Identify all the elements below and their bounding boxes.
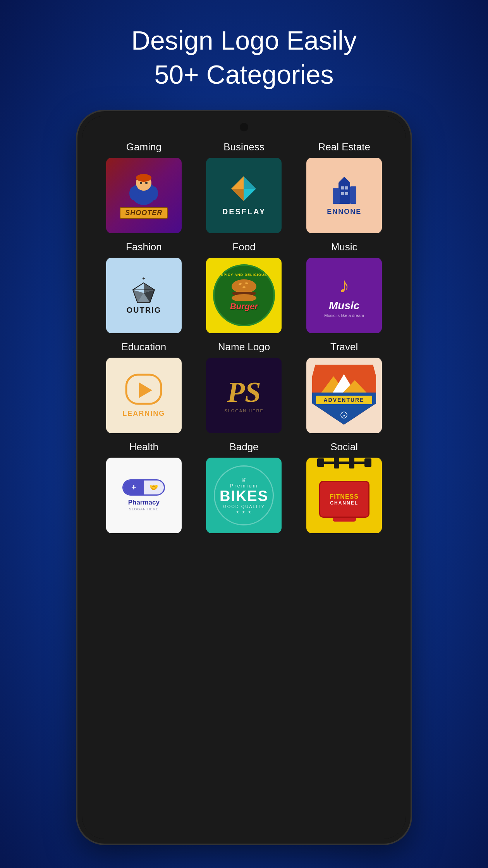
- social-logo-text: FITNESS: [330, 493, 359, 500]
- namelogo-logo-subtitle: SLOGAN HERE: [224, 408, 263, 413]
- category-gaming-label: Gaming: [126, 141, 162, 153]
- category-badge[interactable]: Badge ♛ Premium BIKES GOOD QUALITY ★ ★ ★: [194, 437, 294, 537]
- category-business[interactable]: Business: [194, 137, 294, 237]
- svg-marker-9: [244, 176, 256, 189]
- svg-point-6: [149, 186, 158, 200]
- svg-rect-17: [341, 192, 344, 195]
- svg-rect-18: [345, 192, 348, 195]
- health-logo-text: Pharmacy: [122, 499, 165, 506]
- category-health[interactable]: Health + 🤝 Pharmacy: [94, 437, 194, 537]
- category-realestate-thumbnail[interactable]: ENNONE: [306, 158, 382, 233]
- crown-icon: ♛: [220, 477, 268, 483]
- category-namelogo-thumbnail[interactable]: PS SLOGAN HERE: [206, 358, 282, 433]
- category-music-thumbnail[interactable]: ♪ Music Music is like a dream: [306, 258, 382, 333]
- category-realestate-label: Real Estate: [318, 141, 370, 153]
- category-gaming[interactable]: Gaming: [94, 137, 194, 237]
- categories-grid: Gaming: [94, 137, 394, 537]
- category-education-thumbnail[interactable]: LEARNING: [106, 358, 182, 433]
- category-realestate[interactable]: Real Estate: [294, 137, 394, 237]
- namelogo-logo-text: PS: [224, 377, 263, 406]
- svg-point-5: [129, 186, 139, 200]
- app-header: Design Logo Easily 50+ Categories: [131, 23, 357, 92]
- category-social-thumbnail[interactable]: FITNESS CHANNEL: [306, 458, 382, 533]
- music-logo-subtitle: Music is like a dream: [324, 313, 364, 318]
- category-fashion[interactable]: Fashion ✦: [94, 237, 194, 337]
- svg-rect-16: [345, 186, 348, 189]
- category-gaming-thumbnail[interactable]: SHOOTER: [106, 158, 182, 233]
- business-logo-text: DESFLAY: [222, 207, 266, 216]
- category-education[interactable]: Education: [94, 337, 194, 437]
- category-travel-label: Travel: [330, 341, 358, 353]
- svg-marker-10: [231, 189, 244, 201]
- svg-rect-15: [341, 186, 344, 189]
- social-channel-text: CHANNEL: [330, 500, 358, 506]
- category-food-thumbnail[interactable]: Burger: [206, 258, 282, 333]
- badge-logo-text: BIKES: [220, 489, 268, 503]
- fashion-logo-text: OUTRIG: [126, 306, 161, 315]
- badge-stars: ★ ★ ★: [220, 510, 268, 514]
- category-namelogo-label: Name Logo: [218, 341, 270, 353]
- category-fashion-thumbnail[interactable]: ✦ OUTRIG: [106, 258, 182, 333]
- category-fashion-label: Fashion: [126, 241, 162, 253]
- health-logo-subtitle: SLOGAN HERE: [122, 507, 165, 511]
- barbell-icon: [317, 458, 371, 467]
- gaming-logo-text: SHOOTER: [120, 207, 168, 219]
- category-food[interactable]: Food: [194, 237, 294, 337]
- category-travel-thumbnail[interactable]: ADVENTURE ★: [306, 358, 382, 433]
- category-music[interactable]: Music ♪ Music Music is like a dream: [294, 237, 394, 337]
- svg-point-30: [232, 294, 256, 301]
- header-title-line1: Design Logo Easily: [131, 23, 357, 57]
- svg-rect-37: [312, 393, 376, 394]
- education-logo-text: LEARNING: [122, 410, 165, 418]
- svg-point-4: [145, 182, 148, 184]
- svg-marker-7: [231, 176, 244, 189]
- realestate-logo-text: ENNONE: [327, 208, 361, 216]
- category-food-label: Food: [232, 241, 255, 253]
- svg-marker-12: [339, 177, 350, 183]
- food-logo-text: Burger: [230, 301, 258, 312]
- phone-frame: Gaming: [77, 111, 411, 844]
- header-title-line2: 50+ Categories: [131, 57, 357, 91]
- svg-text:★: ★: [343, 414, 345, 417]
- music-logo-text: Music: [324, 300, 364, 312]
- category-namelogo[interactable]: Name Logo PS SLOGAN HERE: [194, 337, 294, 437]
- category-health-thumbnail[interactable]: + 🤝 Pharmacy SLOGAN HERE: [106, 458, 182, 533]
- svg-marker-32: [139, 382, 152, 398]
- music-icon: ♪: [324, 273, 364, 298]
- category-social-label: Social: [330, 441, 358, 453]
- svg-text:ADVENTURE: ADVENTURE: [324, 397, 364, 403]
- category-badge-label: Badge: [229, 441, 258, 453]
- category-business-thumbnail[interactable]: DESFLAY: [206, 158, 282, 233]
- category-social[interactable]: Social: [294, 437, 394, 537]
- svg-rect-13: [333, 188, 340, 204]
- category-music-label: Music: [331, 241, 357, 253]
- svg-point-3: [140, 182, 142, 184]
- category-health-label: Health: [129, 441, 158, 453]
- svg-rect-14: [350, 186, 356, 204]
- svg-point-2: [136, 174, 151, 182]
- category-business-label: Business: [223, 141, 265, 153]
- badge-quality-text: GOOD QUALITY: [220, 504, 268, 509]
- svg-marker-8: [244, 189, 256, 201]
- category-badge-thumbnail[interactable]: ♛ Premium BIKES GOOD QUALITY ★ ★ ★: [206, 458, 282, 533]
- category-travel[interactable]: Travel: [294, 337, 394, 437]
- category-education-label: Education: [122, 341, 167, 353]
